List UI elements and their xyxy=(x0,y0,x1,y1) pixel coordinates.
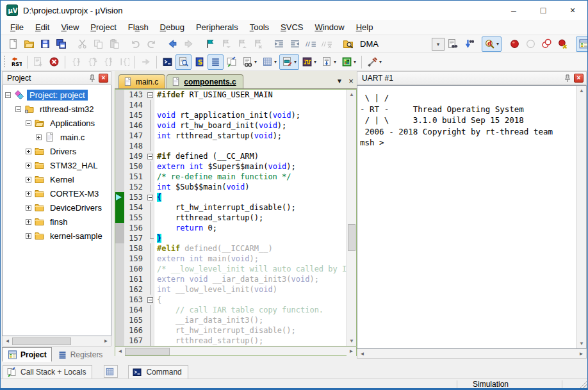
code-line-154[interactable]: 154 rt_hw_interrupt_disable(); xyxy=(115,202,347,213)
code-text[interactable]: 143#ifdef RT_USING_USER_MAIN144145void r… xyxy=(115,90,347,346)
scroll-left-icon[interactable]: ◄ xyxy=(115,347,125,356)
folder-open-button[interactable] xyxy=(21,37,37,52)
tree-item-applications[interactable]: Applications xyxy=(3,116,111,130)
run-button[interactable] xyxy=(30,54,46,70)
tree-item-finsh[interactable]: finsh xyxy=(3,215,111,229)
collapse-icon[interactable] xyxy=(15,106,21,112)
code-text-line[interactable]: rtthread_startup(); xyxy=(154,213,347,223)
code-text-line[interactable]: extern void __iar_data_init3(void); xyxy=(154,274,347,284)
project-panel-close-icon[interactable]: × xyxy=(99,74,108,83)
show-next-statement-button[interactable] xyxy=(138,54,154,70)
pin-icon[interactable] xyxy=(563,74,572,83)
code-text-line[interactable]: void rt_hw_board_init(void); xyxy=(154,120,347,131)
cut-button[interactable] xyxy=(74,37,90,52)
code-line-158[interactable]: 158#elif defined(__ICCARM__) xyxy=(115,243,347,254)
panel-tab-registers[interactable]: Registers xyxy=(52,347,108,362)
code-line-146[interactable]: 146void rt_hw_board_init(void); xyxy=(115,120,347,131)
copy-button[interactable] xyxy=(90,37,106,52)
fold-collapse-icon[interactable] xyxy=(146,295,154,305)
editor-hscrollbar[interactable]: ◄ ► xyxy=(115,346,357,356)
registers-window-button[interactable] xyxy=(208,54,224,70)
folder-search-button[interactable] xyxy=(340,37,356,52)
scroll-right-icon[interactable]: ► xyxy=(101,337,111,346)
bookmark-next-button[interactable] xyxy=(234,37,250,52)
code-line-152[interactable]: 152int $Sub$$main(void) xyxy=(115,182,347,192)
collapse-icon[interactable] xyxy=(26,120,31,126)
find-text-value[interactable]: DMA xyxy=(356,39,432,49)
incremental-find-button[interactable] xyxy=(461,37,477,52)
tree-item-cortex-m3[interactable]: CORTEX-M3 xyxy=(3,186,111,200)
step-over-button[interactable]: {} xyxy=(84,54,100,70)
expand-icon[interactable] xyxy=(26,205,31,211)
indent-button[interactable] xyxy=(271,37,287,52)
expand-icon[interactable] xyxy=(26,233,31,239)
menu-tools[interactable]: Tools xyxy=(244,20,275,34)
menu-view[interactable]: View xyxy=(55,20,85,34)
code-line-144[interactable]: 144 xyxy=(115,100,347,110)
panel-tab-project[interactable]: Project xyxy=(2,347,52,362)
run-to-cursor-button[interactable]: {} xyxy=(116,54,132,70)
breakpoint-disable-all-button[interactable] xyxy=(539,37,555,52)
menu-window[interactable]: Window xyxy=(309,20,350,34)
scroll-down-icon[interactable]: ▼ xyxy=(577,339,586,348)
uncomment-button[interactable]: // xyxy=(319,37,335,52)
redo-button[interactable] xyxy=(143,37,159,52)
project-hscrollbar[interactable]: ◄ ► xyxy=(2,336,111,346)
editor-vscrollbar[interactable]: ▲ ▼ xyxy=(347,90,356,346)
dropdown-caret-icon[interactable]: ▾ xyxy=(334,59,336,65)
code-text-line[interactable]: #if defined (__CC_ARM) xyxy=(154,151,347,161)
new-file-button[interactable] xyxy=(5,37,21,52)
code-text-line[interactable]: extern int main(void); xyxy=(154,254,347,264)
code-line-156[interactable]: 156 return 0; xyxy=(115,223,347,233)
code-text-line[interactable]: #ifdef RT_USING_USER_MAIN xyxy=(154,90,347,100)
tree-item-stm32-hal[interactable]: STM32_HAL xyxy=(3,158,111,172)
comment-button[interactable]: // xyxy=(303,37,319,52)
scroll-thumb[interactable] xyxy=(12,337,71,345)
code-line-163[interactable]: 163{ xyxy=(115,295,347,305)
outdent-button[interactable] xyxy=(287,37,303,52)
bookmark-button[interactable] xyxy=(202,37,218,52)
code-line-161[interactable]: 161extern void __iar_data_init3(void); xyxy=(115,274,347,284)
dropdown-caret-icon[interactable]: ▾ xyxy=(314,59,316,65)
step-out-button[interactable]: {} xyxy=(100,54,116,70)
memory-window-button[interactable]: ▾ xyxy=(259,54,279,70)
code-text-line[interactable]: #elif defined(__ICCARM__) xyxy=(154,243,347,254)
project-window-button[interactable] xyxy=(576,37,588,52)
code-text-line[interactable]: rt_hw_interrupt_disable(); xyxy=(154,202,347,213)
toolbar-grip[interactable] xyxy=(3,56,6,69)
code-text-line[interactable]: int rtthread_startup(void); xyxy=(154,131,347,141)
code-text-line[interactable]: rt_hw_interrupt_disable(); xyxy=(154,325,347,336)
nav-back-button[interactable] xyxy=(165,37,181,52)
debug-settings-button[interactable]: ▾ xyxy=(364,54,384,70)
toolbox-button[interactable]: ▾ xyxy=(339,54,359,70)
symbol-window-button[interactable]: S xyxy=(192,54,208,70)
code-line-151[interactable]: 151/* re-define main function */ xyxy=(115,172,347,182)
editor-tab-components-c[interactable]: components.c xyxy=(167,74,243,88)
fold-collapse-icon[interactable] xyxy=(146,151,154,161)
scroll-right-icon[interactable]: ► xyxy=(347,347,356,356)
code-text-line[interactable]: /* re-define main function */ xyxy=(154,172,347,182)
analysis-window-button[interactable]: ▾ xyxy=(299,54,319,70)
code-text-line[interactable]: // call IAR table copy function. xyxy=(154,305,347,315)
expand-icon[interactable] xyxy=(36,134,42,140)
find-text-combo[interactable]: DMA▾ xyxy=(356,37,445,51)
code-text-line[interactable]: } xyxy=(154,233,347,243)
scroll-up-icon[interactable]: ▲ xyxy=(577,86,586,95)
code-line-145[interactable]: 145void rt_application_init(void); xyxy=(115,110,347,120)
code-line-157[interactable]: 157} xyxy=(115,233,347,243)
maximize-button[interactable]: □ xyxy=(528,1,558,20)
code-text-line[interactable] xyxy=(154,141,347,151)
uart-text[interactable]: \ | /- RT - Thread Operating System / | … xyxy=(357,86,576,348)
paste-button[interactable] xyxy=(106,37,122,52)
menu-svcs[interactable]: SVCS xyxy=(275,20,309,34)
scroll-down-icon[interactable]: ▼ xyxy=(347,336,356,346)
dropdown-caret-icon[interactable]: ▾ xyxy=(496,41,499,47)
close-file-icon[interactable]: × xyxy=(345,74,357,87)
stop-button[interactable] xyxy=(46,54,62,70)
command-tab[interactable]: Command xyxy=(128,365,188,378)
code-line-155[interactable]: 155 rtthread_startup(); xyxy=(115,213,347,223)
call-stack-tab[interactable]: Call Stack + Locals xyxy=(3,365,92,378)
breakpoint-disabled-button[interactable] xyxy=(523,37,539,52)
tree-item-project-project[interactable]: Project: project xyxy=(3,88,111,102)
code-line-148[interactable]: 148 xyxy=(115,141,347,151)
